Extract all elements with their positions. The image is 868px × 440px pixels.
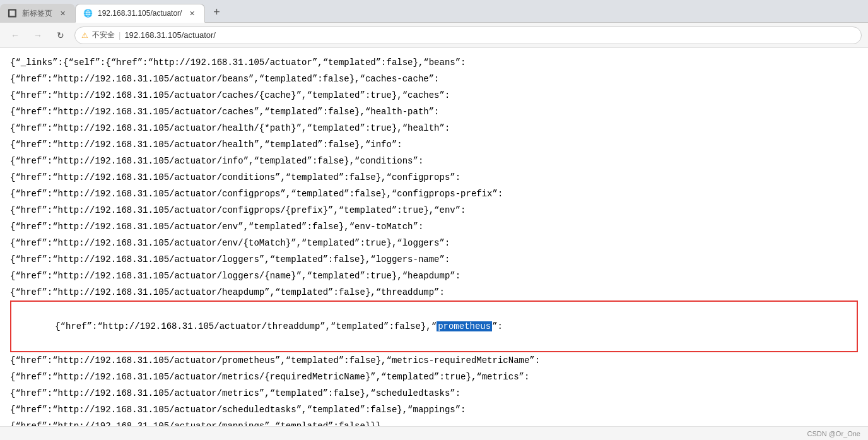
reload-icon: ↻ (57, 30, 64, 40)
address-bar: ← → ↻ ⚠ 不安全 | 192.168.31.105/actuator/ (0, 23, 868, 48)
tab-label-2: 192.168.31.105/actuator/ (98, 9, 182, 18)
json-line-4: {“href”:“http://192.168.31.105/actuator/… (10, 104, 858, 120)
json-line-9: {“href”:“http://192.168.31.105/actuator/… (10, 186, 858, 202)
tab-favicon-2: 🌐 (83, 9, 93, 18)
insecure-label: 不安全 (92, 30, 115, 40)
url-text: 192.168.31.105/actuator/ (124, 30, 216, 40)
json-line-highlighted: {“href”:“http://192.168.31.105/actuator/… (10, 300, 858, 352)
json-line-15: {“href”:“http://192.168.31.105/actuator/… (10, 284, 858, 300)
json-line-12: {“href”:“http://192.168.31.105/actuator/… (10, 235, 858, 251)
footer-credit: CSDN @Or_One (807, 430, 860, 437)
json-line-3: {“href”:“http://192.168.31.105/actuator/… (10, 87, 858, 104)
tab-close-1[interactable]: ✕ (57, 8, 67, 18)
browser-window: 🔲 新标签页 ✕ 🌐 192.168.31.105/actuator/ ✕ + … (0, 0, 868, 440)
highlighted-suffix: ”: (492, 321, 503, 331)
json-line-after-2: {“href”:“http://192.168.31.105/actuator/… (10, 369, 858, 385)
security-warning-icon: ⚠ (81, 31, 88, 40)
highlighted-prefix: {“href”:“http://192.168.31.105/actuator/… (55, 321, 437, 331)
tab-label-1: 新标签页 (22, 8, 52, 19)
forward-icon: → (33, 30, 42, 40)
back-icon: ← (11, 30, 20, 40)
tab-bar: 🔲 新标签页 ✕ 🌐 192.168.31.105/actuator/ ✕ + (0, 0, 868, 23)
tab-newtab[interactable]: 🔲 新标签页 ✕ (0, 4, 75, 23)
json-line-10: {“href”:“http://192.168.31.105/actuator/… (10, 202, 858, 218)
tab-close-2[interactable]: ✕ (187, 8, 197, 18)
json-line-11: {“href”:“http://192.168.31.105/actuator/… (10, 218, 858, 235)
json-line-after-5: {“href”:“http://192.168.31.105/actuator/… (10, 418, 858, 426)
json-line-6: {“href”:“http://192.168.31.105/actuator/… (10, 136, 858, 153)
new-tab-button[interactable]: + (208, 3, 225, 21)
json-line-after-3: {“href”:“http://192.168.31.105/actuator/… (10, 385, 858, 401)
json-line-2: {“href”:“http://192.168.31.105/actuator/… (10, 71, 858, 87)
separator: | (119, 30, 120, 40)
content-area: {“_links”:{“self”:{“href”:“http://192.16… (0, 48, 868, 426)
reload-button[interactable]: ↻ (52, 27, 69, 44)
highlighted-word: prometheus (437, 321, 492, 331)
forward-button[interactable]: → (29, 27, 47, 44)
json-line-7: {“href”:“http://192.168.31.105/actuator/… (10, 153, 858, 169)
json-line-5: {“href”:“http://192.168.31.105/actuator/… (10, 120, 858, 136)
json-line-8: {“href”:“http://192.168.31.105/actuator/… (10, 169, 858, 186)
json-line-14: {“href”:“http://192.168.31.105/actuator/… (10, 268, 858, 284)
tab-favicon-1: 🔲 (8, 9, 17, 18)
json-content: {“_links”:{“self”:{“href”:“http://192.16… (10, 54, 858, 426)
json-line-13: {“href”:“http://192.168.31.105/actuator/… (10, 251, 858, 268)
json-line-after-1: {“href”:“http://192.168.31.105/actuator/… (10, 352, 858, 369)
url-bar[interactable]: ⚠ 不安全 | 192.168.31.105/actuator/ (74, 27, 862, 44)
json-line-after-4: {“href”:“http://192.168.31.105/actuator/… (10, 401, 858, 418)
tab-actuator[interactable]: 🌐 192.168.31.105/actuator/ ✕ (75, 4, 205, 23)
json-line-1: {“_links”:{“self”:{“href”:“http://192.16… (10, 54, 858, 71)
back-button[interactable]: ← (6, 27, 24, 44)
footer: CSDN @Or_One (0, 426, 868, 440)
